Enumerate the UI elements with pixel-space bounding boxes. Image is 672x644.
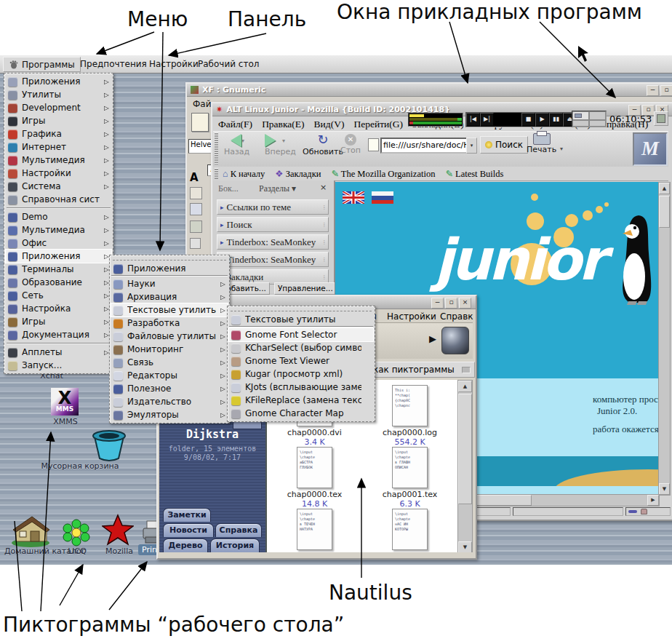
menu-item[interactable]: Графика ▷ [6,127,111,140]
menu-item[interactable]: Мультимедия ▷ [6,154,111,167]
url-input[interactable]: file:///usr/share/doc/H [380,138,471,154]
mozilla-menu-item[interactable]: Вид(V) [314,119,345,130]
next-track-icon[interactable]: ▶| [480,113,494,127]
bookmarks-grippy[interactable] [215,168,218,179]
file-pane-scrollbar[interactable]: ▲ ▼ [457,380,473,554]
menu-item[interactable]: Текстовые утилиты ▷ [229,313,373,327]
panel-menu-desktop[interactable]: Рабочий стол [198,59,259,69]
trash-icon[interactable] [86,426,132,463]
menu-item[interactable]: Запуск... ▷ [6,359,111,372]
go-arrow-icon[interactable]: ▶ [429,333,436,344]
screen-icon[interactable] [654,111,668,126]
menu-item[interactable]: Терминалы ▷ [6,263,111,276]
gnumeric-titlebar[interactable]: XF : Gnumeric [187,84,672,97]
menu-item[interactable]: Kugar (просмотр xml) ▷ [229,367,373,381]
file-item[interactable]: \input \chapte в ГЛАВН ОПИСАН chap0001.t… [362,447,457,509]
print-button[interactable]: Печать [527,133,556,154]
menu-item[interactable]: Приложения ▷ [111,262,228,276]
menu-item[interactable]: Интернет ▷ [6,140,111,154]
panel-menu-settings[interactable]: Настройки [149,59,199,69]
programs-button[interactable]: Программы [3,57,81,72]
menu-item[interactable]: Gnome Font Selector ▷ [229,328,373,341]
menu-item[interactable]: Образование ▷ [6,276,111,289]
menu-item[interactable]: Издательство ▷ [111,395,228,408]
minimize-button[interactable]: − [647,85,659,96]
toolbar-grippy[interactable] [215,132,218,164]
menu-item[interactable]: Сеть ▷ [6,289,111,302]
menu-item[interactable]: Приложения ▷ [6,75,111,88]
mozilla-menu-item[interactable]: Перейти(G) [353,119,403,130]
toolbar-icon[interactable] [190,220,202,233]
menu-item[interactable]: Система ▷ [6,180,111,193]
tab-news[interactable]: Новости [163,523,214,537]
prev-track-icon[interactable]: |◀ [466,113,480,127]
file-item[interactable]: \input \chapte аБСТРА ГЛУБОК chap0000.te… [267,447,362,509]
sidebar-panel[interactable]: ▸ Tinderbox: SeaMonkey ⁞ [217,252,329,267]
xmms-icon-label[interactable]: XMMS [44,417,87,426]
mozilla-menu-item[interactable]: Правка(E) [262,119,304,130]
menu-item[interactable]: Утилиты ▷ [6,88,111,101]
maximize-button[interactable]: ▫ [445,298,457,309]
play-icon[interactable]: ▶ [535,113,549,127]
sidebar-close-icon[interactable]: × [320,183,327,192]
print-dropdown-arrow[interactable]: ▾ [560,146,563,152]
xmms-icon[interactable]: X MMS [51,388,79,416]
bookmarks-manage-button[interactable]: Управление... [274,282,337,295]
bookmark-home[interactable]: ⌂ К началу [223,169,265,180]
tearoff-line[interactable] [113,257,226,261]
menu-item[interactable]: Gnome Character Map ▷ [229,407,373,420]
url-dropdown-button[interactable]: ▾ [466,138,477,154]
menu-item[interactable]: KJots (всплывающие заметки) ▷ [229,381,373,394]
menu-item[interactable]: Разработка ▷ [111,317,228,330]
menu-item[interactable]: Demo ▷ [6,210,111,223]
nautilus-menu-help[interactable]: Справк [440,311,473,322]
menu-item[interactable]: Мониторинг ▷ [111,343,228,356]
close-button[interactable]: × [459,298,471,309]
tearoff-line[interactable] [231,308,372,311]
menu-item[interactable]: Настройка ▷ [6,302,111,315]
bookmark-latest-builds[interactable]: ✎ Latest Builds [445,168,503,180]
reload-button[interactable]: ↻ Обновить [303,132,343,156]
menu-item[interactable]: Связь ▷ [111,356,228,369]
menu-item[interactable]: Текстовые утилиты ▷ [111,303,228,317]
menu-item[interactable]: Development ▷ [6,101,111,114]
desktop-pager[interactable] [572,111,607,127]
stop-icon[interactable]: ■ [521,113,535,127]
stop-button[interactable]: ✕ Стоп [340,134,361,155]
menu-item[interactable]: Документация ▷ [6,328,111,341]
view-mode-dropdown[interactable]: как пиктограммы [369,362,475,378]
file-item[interactable]: \input \chapte в ТЕЧЕН НАТУРА [267,509,362,552]
menu-item[interactable]: KFileReplace (замена текста) ▷ [229,394,373,407]
menu-item[interactable]: Игры ▷ [6,114,111,127]
menu-item[interactable]: Науки ▷ [111,277,228,290]
back-button[interactable]: ▾ Назад [224,134,249,156]
menu-item[interactable]: Файловые утилиты ▷ [111,330,228,343]
clock-applet[interactable]: 06:10:53 [609,114,652,124]
file-item[interactable]: This i: **chap( {chap0C \chapnc chap0000… [362,385,457,447]
new-file-icon[interactable] [191,113,209,132]
bookmark-mozilla-org[interactable]: ✎ The Mozilla Organization [331,168,435,180]
panel-menu-preferences[interactable]: Предпочтения [80,59,147,69]
xmms-dock-applet[interactable] [408,113,463,127]
menu-item[interactable]: Gnome Text Viewer ▷ [229,354,373,367]
mozilla-logo-icon[interactable]: M [633,132,668,166]
file-item[interactable]: \input \chapte нАС ИН КОТОРЫ [362,509,457,552]
mozilla-star-label[interactable]: Mozilla [105,546,134,556]
sidebar-panel[interactable]: ▸ Поиск ⁞ [217,217,329,232]
menu-item[interactable]: Справочная система ▷ [6,193,111,206]
forward-button[interactable]: ▾ Вперед [265,134,296,156]
menu-item[interactable]: Апплеты ▷ [6,346,111,359]
menu-item[interactable]: Редакторы ▷ [111,369,228,382]
menu-item[interactable]: Офис ▷ [6,236,111,250]
tab-tree[interactable]: Дерево [163,538,208,552]
uk-flag-icon[interactable] [343,191,364,204]
menu-item[interactable]: KCharSelect (выбор символов) ▷ [229,341,373,354]
menu-item[interactable]: Архивация ▷ [111,290,228,303]
pause-icon[interactable]: ▮▮ [549,113,563,127]
toolbar-icon[interactable] [190,187,202,199]
toolbar-icon[interactable] [190,238,201,249]
mozilla-star-icon[interactable] [102,514,134,547]
menu-item[interactable]: Настройки ▷ [6,167,111,180]
licq-icon-label[interactable]: LICQ [64,546,90,556]
tab-history[interactable]: История [210,538,260,552]
